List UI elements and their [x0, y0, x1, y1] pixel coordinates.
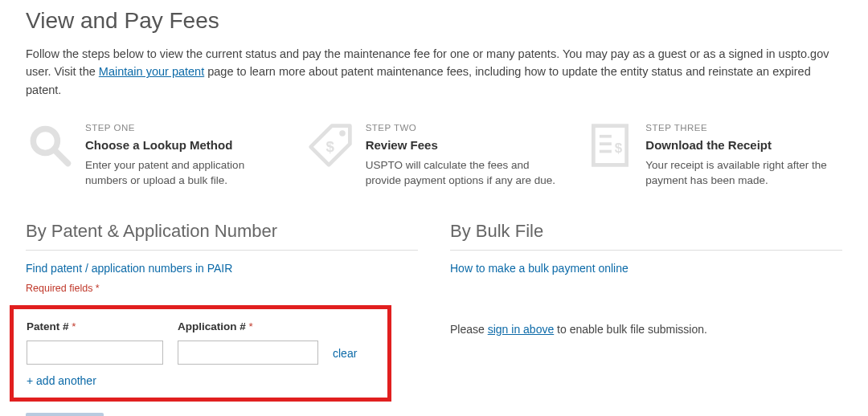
maintain-patent-link[interactable]: Maintain your patent — [99, 65, 204, 78]
receipt-icon: $ — [586, 121, 634, 169]
step-desc: Enter your patent and application number… — [85, 157, 282, 189]
by-patent-column: By Patent & Application Number Find pate… — [26, 221, 418, 416]
svg-text:$: $ — [615, 141, 623, 157]
step-label: STEP ONE — [85, 121, 282, 135]
steps-row: STEP ONE Choose a Lookup Method Enter yo… — [26, 121, 842, 189]
by-patent-heading: By Patent & Application Number — [26, 221, 418, 251]
sign-in-above-link[interactable]: sign in above — [488, 323, 555, 336]
step-three: $ STEP THREE Download the Receipt Your r… — [586, 121, 842, 189]
clear-link[interactable]: clear — [333, 347, 357, 360]
step-desc: Your receipt is available right after th… — [645, 157, 842, 189]
step-label: STEP TWO — [366, 121, 563, 135]
svg-point-2 — [339, 131, 346, 137]
continue-button[interactable]: Continue — [26, 413, 104, 416]
svg-text:$: $ — [326, 138, 334, 155]
bulk-signin-note: Please sign in above to enable bulk file… — [450, 323, 842, 336]
find-in-pair-link[interactable]: Find patent / application numbers in PAI… — [26, 262, 232, 275]
price-tag-icon: $ — [306, 121, 354, 169]
application-number-label: Application # * — [178, 320, 318, 332]
step-desc: USPTO will calculate the fees and provid… — [366, 157, 563, 189]
required-fields-note: Required fields — [26, 283, 418, 294]
page-title: View and Pay Fees — [26, 8, 842, 34]
step-label: STEP THREE — [645, 121, 842, 135]
magnifier-icon — [26, 121, 74, 169]
step-title: Review Fees — [366, 137, 563, 154]
step-title: Download the Receipt — [645, 137, 842, 154]
bulk-note-post: to enable bulk file submission. — [554, 323, 707, 336]
svg-line-1 — [55, 150, 68, 164]
step-title: Choose a Lookup Method — [85, 137, 282, 154]
patent-number-input[interactable] — [27, 341, 163, 365]
bulk-note-pre: Please — [450, 323, 488, 336]
bulk-payment-help-link[interactable]: How to make a bulk payment online — [450, 262, 628, 275]
step-two: $ STEP TWO Review Fees USPTO will calcul… — [306, 121, 563, 189]
by-bulk-heading: By Bulk File — [450, 221, 842, 251]
patent-number-label: Patent # * — [27, 320, 163, 332]
intro-text: Follow the steps below to view the curre… — [26, 45, 842, 99]
by-bulk-column: By Bulk File How to make a bulk payment … — [450, 221, 842, 416]
add-another-link[interactable]: + add another — [27, 374, 96, 387]
application-number-input[interactable] — [178, 341, 318, 365]
step-one: STEP ONE Choose a Lookup Method Enter yo… — [26, 121, 282, 189]
lookup-form-highlight: Patent # * Application # * clear + add a… — [10, 305, 391, 402]
